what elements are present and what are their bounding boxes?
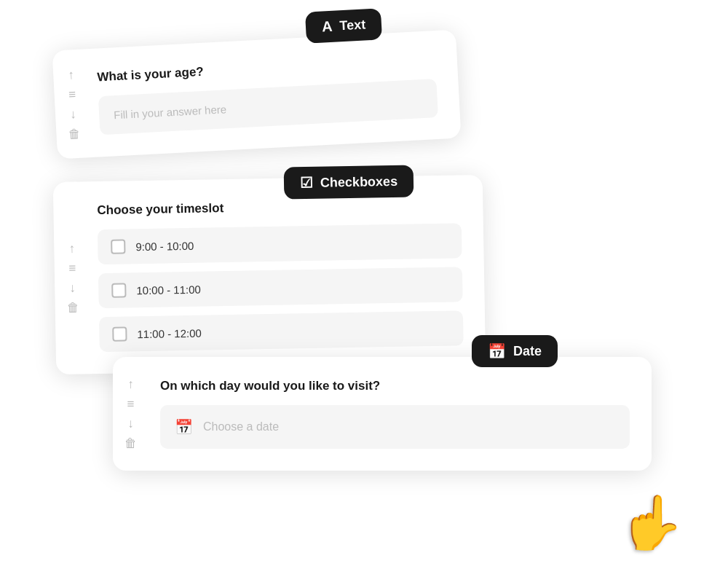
text-move-up-button[interactable]: ↑	[66, 66, 76, 82]
date-move-up-button[interactable]: ↑	[126, 377, 135, 392]
date-placeholder: Choose a date	[203, 420, 279, 433]
cursor-hand-icon: 👆	[619, 496, 684, 549]
checkbox-1[interactable]	[111, 239, 125, 254]
checkboxes-badge-label: Checkboxes	[320, 173, 397, 190]
checkboxes-drag-handle[interactable]: ≡	[67, 261, 77, 276]
checkboxes-question: Choose your timeslot	[97, 197, 461, 218]
calendar-icon: 📅	[175, 418, 193, 436]
date-drag-handle[interactable]: ≡	[126, 396, 136, 412]
checkbox-option-3-label: 11:00 - 12:00	[137, 326, 202, 340]
text-question: What is your age?	[97, 52, 435, 85]
date-badge-icon: 📅	[488, 342, 506, 360]
badge-date: 📅 Date	[472, 335, 558, 367]
checkboxes-move-down-button[interactable]: ↓	[68, 280, 77, 296]
text-move-down-button[interactable]: ↓	[68, 106, 79, 122]
checkboxes-delete-button[interactable]: 🗑	[66, 300, 81, 315]
checkbox-option-1[interactable]: 9:00 - 10:00	[98, 223, 462, 264]
checkbox-2[interactable]	[111, 283, 126, 297]
checkbox-3[interactable]	[112, 326, 127, 341]
date-picker-input[interactable]: 📅 Choose a date	[160, 405, 630, 449]
checkbox-option-1-label: 9:00 - 10:00	[135, 239, 194, 252]
date-move-down-button[interactable]: ↓	[126, 416, 135, 431]
checkbox-option-3[interactable]: 11:00 - 12:00	[99, 310, 464, 352]
checkboxes-move-up-button[interactable]: ↑	[67, 241, 76, 256]
badge-checkboxes: ☑ Checkboxes	[284, 165, 414, 199]
badge-text: A Text	[305, 8, 382, 43]
checkboxes-badge-icon: ☑	[300, 174, 313, 192]
text-badge-icon: A	[321, 18, 333, 36]
text-card-controls: ↑ ≡ ↓ 🗑	[63, 66, 82, 141]
checkboxes-card-controls: ↑ ≡ ↓ 🗑	[64, 241, 81, 315]
text-badge-label: Text	[339, 17, 366, 34]
date-question: On which day would you like to visit?	[160, 379, 630, 393]
date-badge-label: Date	[513, 344, 542, 359]
card-date: ↑ ≡ ↓ 🗑 On which day would you like to v…	[113, 357, 652, 471]
card-text: ↑ ≡ ↓ 🗑 What is your age? Fill in your a…	[52, 30, 461, 160]
checkbox-option-2-label: 10:00 - 11:00	[136, 283, 201, 297]
date-card-controls: ↑ ≡ ↓ 🗑	[123, 377, 138, 451]
text-drag-handle[interactable]: ≡	[67, 86, 78, 102]
card-checkboxes: ↑ ≡ ↓ 🗑 Choose your timeslot 9:00 - 10:0…	[53, 175, 486, 374]
checkbox-option-2[interactable]: 10:00 - 11:00	[98, 267, 463, 308]
text-delete-button[interactable]: 🗑	[66, 125, 82, 141]
date-delete-button[interactable]: 🗑	[123, 436, 138, 451]
text-answer-input[interactable]: Fill in your answer here	[98, 79, 438, 135]
scene: A Text ↑ ≡ ↓ 🗑 What is your age? Fill in…	[0, 0, 728, 585]
